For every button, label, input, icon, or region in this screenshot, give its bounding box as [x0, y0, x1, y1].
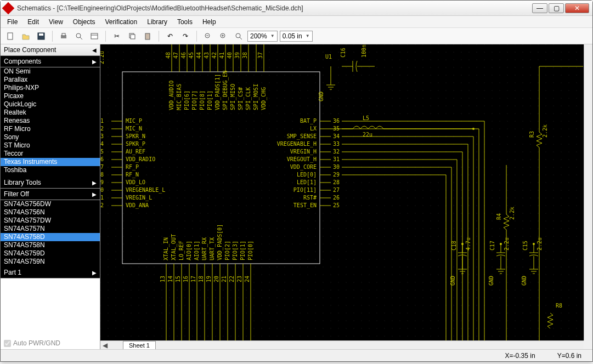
- vertical-scrollbar[interactable]: [584, 44, 592, 340]
- menu-help[interactable]: Help: [198, 17, 221, 27]
- part-item[interactable]: SN74AS758N: [1, 241, 100, 249]
- svg-point-406: [170, 252, 170, 252]
- svg-point-2153: [507, 152, 508, 152]
- vendor-item[interactable]: Sony: [1, 133, 100, 141]
- vendor-item[interactable]: Texas Instruments: [1, 158, 100, 166]
- vendor-item[interactable]: ST Micro: [1, 141, 100, 150]
- vendor-item[interactable]: QuickLogic: [1, 100, 100, 109]
- save-button[interactable]: [35, 30, 48, 43]
- svg-point-2485: [569, 244, 569, 244]
- new-button[interactable]: [4, 30, 17, 43]
- svg-point-1465: [377, 90, 377, 91]
- copy-button[interactable]: [126, 30, 139, 43]
- svg-point-66: [108, 98, 109, 99]
- svg-point-2364: [546, 236, 546, 237]
- paste-button[interactable]: [141, 30, 154, 43]
- menu-tools[interactable]: Tools: [173, 17, 197, 27]
- place-component-header[interactable]: Place Component◀: [1, 44, 100, 56]
- svg-point-184: [131, 83, 132, 83]
- svg-point-1980: [477, 52, 477, 53]
- svg-point-331: [154, 290, 155, 291]
- titlebar[interactable]: Schematics - [C:\TeelEngineering\OldProj…: [1, 1, 592, 16]
- auto-pwr-checkbox[interactable]: Auto PWR/GND: [1, 337, 100, 349]
- svg-point-1028: [292, 113, 293, 114]
- svg-text:39: 39: [234, 52, 240, 59]
- close-button[interactable]: ✕: [565, 3, 589, 13]
- svg-point-1455: [369, 321, 370, 321]
- zoomfit-button[interactable]: [232, 30, 245, 43]
- menu-edit[interactable]: Edit: [23, 17, 43, 27]
- schematic-canvas[interactable]: U11MIC_P2MIC_N3SPKR_N4SPKR_P5AU_REF6VDD_…: [100, 44, 584, 340]
- svg-point-334: [154, 313, 155, 314]
- vendor-item[interactable]: Toshiba: [1, 166, 100, 174]
- menu-objects[interactable]: Objects: [69, 17, 100, 27]
- open-button[interactable]: [19, 30, 32, 43]
- svg-point-932: [269, 298, 270, 298]
- zoom-combo[interactable]: 200%: [247, 31, 278, 42]
- parts-list[interactable]: SN74AS756DWSN74AS756NSN74AS757DWSN74AS75…: [1, 200, 100, 267]
- svg-point-2246: [523, 252, 523, 252]
- svg-point-181: [131, 60, 132, 60]
- vendor-item[interactable]: ON Semi: [1, 67, 100, 76]
- svg-point-1110: [308, 129, 308, 129]
- zoomout-button[interactable]: [201, 30, 214, 43]
- svg-point-1177: [315, 336, 316, 337]
- menu-view[interactable]: View: [44, 17, 67, 27]
- print-button[interactable]: [57, 30, 70, 43]
- grid-combo[interactable]: 0.05 in: [280, 31, 313, 42]
- svg-point-1611: [400, 290, 400, 291]
- menu-library[interactable]: Library: [143, 17, 172, 27]
- filter-header[interactable]: Filter Off▶: [1, 189, 100, 200]
- svg-point-2026: [484, 98, 485, 99]
- svg-point-2495: [569, 321, 569, 321]
- svg-point-2328: [538, 267, 539, 268]
- svg-point-1209: [323, 275, 324, 275]
- vendor-item[interactable]: RF Micro: [1, 125, 100, 133]
- part-item[interactable]: SN74AS756N: [1, 208, 100, 217]
- redo-button[interactable]: ↷: [179, 30, 192, 43]
- svg-text:28: 28: [333, 179, 340, 185]
- zoomin-button[interactable]: [217, 30, 230, 43]
- svg-point-969: [277, 275, 278, 275]
- part-item[interactable]: SN74AS757DW: [1, 217, 100, 225]
- svg-point-2341: [546, 60, 546, 60]
- svg-point-1127: [308, 259, 308, 260]
- svg-point-2078: [492, 190, 493, 191]
- svg-point-155: [123, 167, 124, 168]
- svg-point-1691: [415, 290, 416, 291]
- svg-point-741: [239, 60, 239, 60]
- vendor-item[interactable]: Teccor: [1, 150, 100, 158]
- part-header[interactable]: Part 1▶: [1, 267, 100, 278]
- svg-text:44: 44: [196, 52, 202, 59]
- part-item[interactable]: SN74AS756DW: [1, 200, 100, 208]
- svg-point-2869: [461, 243, 464, 245]
- menu-file[interactable]: File: [3, 17, 22, 27]
- vendor-item[interactable]: Parallax: [1, 76, 100, 84]
- vendor-item[interactable]: Picaxe: [1, 92, 100, 100]
- svg-point-2164: [507, 236, 508, 237]
- part-item[interactable]: SN74AS757N: [1, 225, 100, 233]
- undo-button[interactable]: ↶: [163, 30, 177, 43]
- maximize-button[interactable]: ▢: [549, 3, 564, 13]
- sheet-tab[interactable]: Sheet 1: [123, 341, 156, 349]
- svg-point-2209: [515, 275, 516, 275]
- cut-button[interactable]: ✂: [110, 30, 123, 43]
- svg-point-987: [285, 106, 285, 106]
- part-item[interactable]: SN74AS759D: [1, 249, 100, 258]
- svg-point-368: [162, 267, 162, 268]
- vendor-item[interactable]: Realtek: [1, 109, 100, 117]
- preview-button[interactable]: [72, 30, 86, 43]
- components-header[interactable]: Components▶: [1, 56, 100, 67]
- vendor-item[interactable]: Philips-NXP: [1, 84, 100, 92]
- titleblock-button[interactable]: [88, 30, 101, 43]
- library-tools-header[interactable]: Library Tools▶: [1, 177, 100, 189]
- svg-point-855: [254, 321, 255, 321]
- menu-verification[interactable]: Verification: [101, 17, 142, 27]
- minimize-button[interactable]: —: [532, 3, 547, 13]
- vendor-item[interactable]: Renesas: [1, 117, 100, 125]
- vendor-list[interactable]: ON SemiParallaxPhilips-NXPPicaxeQuickLog…: [1, 67, 100, 177]
- horizontal-scrollbar[interactable]: ◀ Sheet 1: [100, 340, 584, 349]
- part-item[interactable]: SN74AS759N: [1, 258, 100, 266]
- part-item[interactable]: SN74AS758D: [1, 233, 100, 241]
- svg-text:16: 16: [183, 276, 189, 282]
